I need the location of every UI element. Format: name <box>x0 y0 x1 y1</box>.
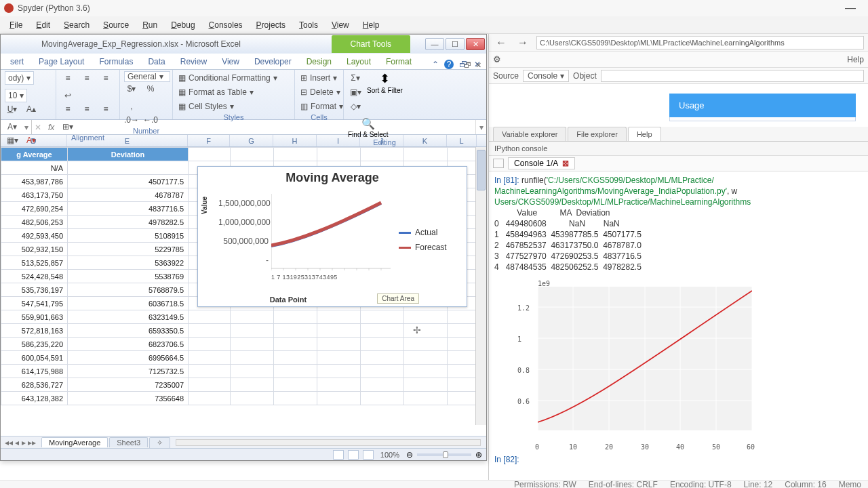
menu-help[interactable]: Help <box>356 18 387 33</box>
chart-tools-tab[interactable]: Chart Tools <box>332 35 410 53</box>
pane-restore-icon[interactable]: 🗗 <box>464 61 471 70</box>
comma-icon[interactable]: , <box>124 100 139 113</box>
menu-debug[interactable]: Debug <box>164 18 201 33</box>
horizontal-scrollbar[interactable] <box>176 439 481 446</box>
increase-font-icon[interactable]: A▴ <box>24 102 39 116</box>
tab-format[interactable]: Format <box>379 54 418 69</box>
sort-filter-icon[interactable]: ⬍ <box>380 71 390 86</box>
console-output[interactable]: In [81]: runfile('C:/Users/CKGS5099/Desk… <box>489 171 868 277</box>
menu-file[interactable]: File <box>3 18 29 33</box>
name-box[interactable]: ▾ <box>1 120 32 134</box>
excel-max-button[interactable]: ☐ <box>446 38 465 50</box>
align-center-icon[interactable]: ≡ <box>79 102 94 116</box>
menu-view[interactable]: View <box>325 18 356 33</box>
new-sheet-icon[interactable]: ✧ <box>149 437 170 448</box>
inc-decimal-icon[interactable]: .0→ <box>124 113 139 127</box>
tab-review[interactable]: Review <box>174 54 214 69</box>
menu-projects[interactable]: Projects <box>250 18 292 33</box>
zoom-out-button[interactable]: ⊖ <box>406 450 413 460</box>
close-tab-icon[interactable]: ⊠ <box>562 159 569 168</box>
console-next-prompt[interactable]: In [82]: <box>489 453 868 470</box>
align-top-icon[interactable]: ≡ <box>60 71 75 85</box>
help-menu[interactable]: Help <box>847 55 864 64</box>
tab-view[interactable]: View <box>215 54 246 69</box>
tab-variable-explorer[interactable]: Variable explorer <box>493 127 566 141</box>
find-select-icon[interactable]: 🔍 <box>361 117 375 130</box>
col-D[interactable]: D <box>1 135 67 146</box>
align-right-icon[interactable]: ≡ <box>98 102 113 116</box>
col-G[interactable]: G <box>230 135 273 146</box>
underline-button[interactable]: U▾ <box>5 102 20 116</box>
sheet-nav[interactable]: ◂◂ ◂ ▸ ▸▸ <box>1 438 40 447</box>
font-size-select[interactable]: 10▾ <box>5 89 27 102</box>
percent-icon[interactable]: % <box>143 82 158 96</box>
view-layout-icon[interactable] <box>348 450 359 460</box>
format-as-table-button[interactable]: ▦ Format as Table ▾ <box>177 85 290 99</box>
tab-formulas[interactable]: Formulas <box>92 54 140 69</box>
tab-file-explorer[interactable]: File explorer <box>568 127 627 141</box>
col-H[interactable]: H <box>273 135 317 146</box>
excel-min-button[interactable]: — <box>425 38 444 50</box>
zoom-slider[interactable] <box>417 453 471 456</box>
menu-consoles[interactable]: Consoles <box>202 18 250 33</box>
col-K[interactable]: K <box>403 135 447 146</box>
sheet-tab-2[interactable]: Sheet3 <box>109 437 148 447</box>
embedded-chart[interactable]: Moving Average Value 1,500,000,000 1,000… <box>197 166 467 307</box>
tab-design[interactable]: Design <box>300 54 338 69</box>
ribbon-collapse-icon[interactable]: ⌃ <box>431 60 440 69</box>
working-dir-input[interactable]: C:\Users\CKGS5099\Desktop\ML\MLPractice\… <box>536 36 864 49</box>
view-normal-icon[interactable] <box>333 450 344 460</box>
console-tab[interactable]: Console 1/A⊠ <box>508 157 575 169</box>
cancel-formula-icon[interactable]: ✕ <box>32 123 44 132</box>
col-L[interactable]: L <box>447 135 477 146</box>
console-options-icon[interactable] <box>493 159 504 168</box>
tab-pagelayout[interactable]: Page Layout <box>32 54 91 69</box>
conditional-formatting-button[interactable]: ▦ Conditional Formatting ▾ <box>177 71 290 85</box>
align-mid-icon[interactable]: ≡ <box>79 71 94 85</box>
pane-close-icon[interactable]: ✕ <box>475 61 481 70</box>
insert-cells-button[interactable]: ⊞ Insert ▾ <box>299 71 339 85</box>
tab-help[interactable]: Help <box>628 127 661 141</box>
merge-icon[interactable]: ⊞▾ <box>60 120 75 134</box>
format-cells-button[interactable]: ▥ Format ▾ <box>299 100 339 113</box>
tab-data[interactable]: Data <box>141 54 172 69</box>
delete-cells-button[interactable]: ⊟ Delete ▾ <box>299 85 339 99</box>
excel-close-button[interactable]: ✕ <box>466 38 485 50</box>
menu-run[interactable]: Run <box>136 18 164 33</box>
menu-tools[interactable]: Tools <box>292 18 325 33</box>
align-left-icon[interactable]: ≡ <box>60 102 75 116</box>
dec-decimal-icon[interactable]: ←.0 <box>143 113 158 127</box>
spreadsheet-grid[interactable]: g AverageDeviationN/A453,987,7864507177.… <box>1 147 486 425</box>
sort-filter-button[interactable]: Sort & Filter <box>367 87 403 94</box>
source-select[interactable]: Console ▾ <box>523 70 569 82</box>
gear-icon[interactable]: ⚙ <box>493 54 501 64</box>
view-break-icon[interactable] <box>363 450 374 460</box>
menu-search[interactable]: Search <box>57 18 96 33</box>
formula-expand-icon[interactable]: ▾ <box>475 120 486 134</box>
col-I[interactable]: I <box>317 135 360 146</box>
object-input[interactable] <box>601 70 864 82</box>
number-format-select[interactable]: General ▾ <box>124 71 170 82</box>
cell-styles-button[interactable]: ▦ Cell Styles ▾ <box>177 100 290 113</box>
back-button[interactable]: ← <box>493 37 509 49</box>
col-J[interactable]: J <box>360 135 403 146</box>
col-F[interactable]: F <box>188 135 230 146</box>
zoom-level[interactable]: 100% <box>378 451 402 459</box>
sheet-tab-active[interactable]: MovingAverage <box>41 437 108 447</box>
col-E[interactable]: E <box>67 135 188 146</box>
autosum-icon[interactable]: Σ▾ <box>348 71 363 85</box>
currency-icon[interactable]: $▾ <box>124 82 139 96</box>
wrap-text-icon[interactable]: ↩ <box>60 89 75 102</box>
fill-icon[interactable]: ▣▾ <box>348 85 363 99</box>
fx-label[interactable]: fx <box>44 123 58 132</box>
forward-button[interactable]: → <box>515 37 531 49</box>
tab-developer[interactable]: Developer <box>248 54 298 69</box>
help-icon[interactable]: ? <box>444 60 454 69</box>
tab-layout[interactable]: Layout <box>340 54 378 69</box>
menu-edit[interactable]: Edit <box>29 18 57 33</box>
clear-icon[interactable]: ◇▾ <box>348 100 363 113</box>
zoom-in-button[interactable]: ⊕ <box>475 450 482 460</box>
align-bot-icon[interactable]: ≡ <box>98 71 113 85</box>
menu-source[interactable]: Source <box>96 18 136 33</box>
tab-insert[interactable]: sert <box>3 54 31 69</box>
